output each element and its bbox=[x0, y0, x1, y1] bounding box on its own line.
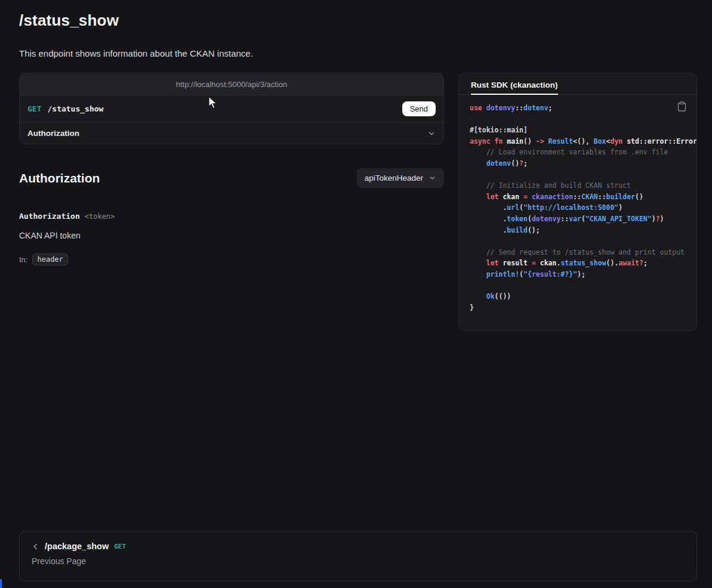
base-url-text: http://localhost:5000/api/3/action bbox=[176, 80, 287, 89]
base-url-bar: http://localhost:5000/api/3/action bbox=[20, 73, 443, 95]
http-method-label: GET bbox=[27, 104, 41, 113]
auth-scheme-dropdown[interactable]: apiTokenHeader bbox=[357, 168, 444, 188]
sdk-tab-bar: Rust SDK (ckanaction) bbox=[459, 73, 696, 95]
auth-scheme-selected: apiTokenHeader bbox=[365, 174, 423, 182]
page-title: /status_show bbox=[19, 11, 697, 30]
send-button[interactable]: Send bbox=[402, 101, 436, 116]
chevron-down-icon bbox=[427, 129, 436, 138]
param-in-badge: header bbox=[32, 253, 67, 265]
chevron-left-icon bbox=[32, 543, 39, 550]
authorization-heading: Authorization bbox=[19, 171, 100, 185]
param-description: CKAN API token bbox=[19, 231, 444, 240]
sdk-code-panel: Rust SDK (ckanaction) use dotenvy::doten… bbox=[458, 73, 697, 331]
param-in-label: In: bbox=[19, 255, 27, 264]
corner-accent-bar bbox=[0, 579, 2, 588]
clipboard-icon bbox=[677, 104, 686, 113]
page-description: This endpoint shows information about th… bbox=[19, 48, 697, 58]
param-name: Authorization bbox=[19, 212, 80, 221]
request-row: GET /status_show Send bbox=[20, 95, 443, 122]
authorization-collapsible-label: Authorization bbox=[27, 129, 79, 138]
api-playground: http://localhost:5000/api/3/action GET /… bbox=[19, 73, 444, 144]
left-column: http://localhost:5000/api/3/action GET /… bbox=[19, 73, 444, 265]
tab-rust-sdk[interactable]: Rust SDK (ckanaction) bbox=[471, 81, 558, 95]
param-type: <token> bbox=[85, 212, 115, 221]
copy-code-button[interactable] bbox=[677, 101, 686, 113]
authorization-collapsible[interactable]: Authorization bbox=[20, 122, 443, 144]
previous-page-card[interactable]: /package_show GET Previous Page bbox=[19, 531, 697, 581]
previous-page-label: Previous Page bbox=[32, 556, 685, 566]
previous-page-method-badge: GET bbox=[114, 543, 126, 550]
previous-page-path: /package_show bbox=[45, 541, 109, 551]
chevron-down-icon bbox=[429, 174, 436, 182]
code-block[interactable]: use dotenvy::dotenv; #[tokio::main]async… bbox=[459, 95, 696, 313]
endpoint-path: /status_show bbox=[47, 104, 103, 113]
